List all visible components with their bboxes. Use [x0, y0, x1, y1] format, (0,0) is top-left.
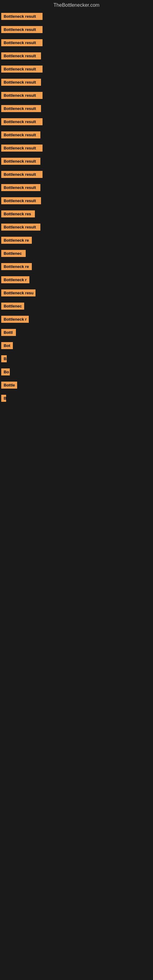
bottleneck-label: Bottl: [1, 329, 16, 336]
bottleneck-row: Bottleneck result: [0, 195, 153, 208]
bottleneck-label: Bottleneck r: [1, 316, 29, 323]
bottleneck-row: B: [0, 353, 153, 366]
bottleneck-label: Bottlenec: [1, 250, 26, 257]
bottleneck-row: Bottleneck re: [0, 234, 153, 247]
bottleneck-row: Bottleneck result: [0, 181, 153, 195]
bottleneck-row: Bottleneck result: [0, 63, 153, 76]
bottleneck-label: Bottleneck result: [1, 26, 43, 33]
bottleneck-label: Bottleneck result: [1, 79, 41, 86]
bottleneck-label: Bottleneck result: [1, 92, 43, 99]
bottleneck-label: Bottleneck result: [1, 131, 40, 138]
bottleneck-label: B: [1, 355, 7, 362]
bottleneck-row: Bottleneck result: [0, 24, 153, 37]
bottleneck-row: Bottl: [0, 326, 153, 340]
bottleneck-label: Bottleneck result: [1, 118, 43, 125]
bottleneck-label: Bottleneck resu: [1, 290, 35, 296]
bottleneck-row: Bottleneck result: [0, 10, 153, 24]
bottleneck-row: Bottleneck result: [0, 50, 153, 63]
bottleneck-label: Bottleneck result: [1, 105, 41, 112]
bottleneck-label: Bottleneck result: [1, 171, 43, 178]
bottleneck-label: Bottleneck result: [1, 39, 43, 46]
site-title: TheBottlenecker.com: [0, 0, 153, 10]
bottleneck-row: Bottleneck result: [0, 116, 153, 129]
bottleneck-row: Bottleneck re: [0, 261, 153, 274]
bottleneck-row: Bottleneck result: [0, 37, 153, 50]
bottleneck-label: Bottle: [1, 382, 17, 389]
bottleneck-label: Bottleneck r: [1, 276, 29, 283]
bottleneck-label: Bottleneck result: [1, 52, 41, 59]
bottleneck-row: Bottlenec: [0, 300, 153, 313]
bottleneck-label: Bottleneck re: [1, 237, 32, 244]
bottleneck-row: Bo: [0, 366, 153, 379]
bottleneck-label: Bottlenec: [1, 302, 24, 310]
bottleneck-label: Bottleneck re: [1, 263, 32, 270]
bottleneck-row: Bottleneck result: [0, 76, 153, 89]
bottleneck-label: Bottleneck result: [1, 197, 41, 204]
bottleneck-label: Bo: [1, 368, 10, 375]
bottleneck-row: B: [0, 392, 153, 406]
bottleneck-label: B: [1, 395, 6, 402]
bottleneck-list: Bottleneck resultBottleneck resultBottle…: [0, 10, 153, 589]
bottleneck-label: Bottleneck result: [1, 145, 43, 151]
bottleneck-row: Bottleneck result: [0, 169, 153, 181]
bottleneck-row: Bottleneck result: [0, 155, 153, 169]
bottleneck-label: Bottleneck result: [1, 158, 40, 165]
bottleneck-label: Bottleneck result: [1, 184, 40, 191]
bottleneck-row: Bottleneck resu: [0, 287, 153, 300]
bottleneck-label: Bottleneck res: [1, 210, 35, 218]
bottleneck-label: Bottleneck result: [1, 65, 43, 73]
bottleneck-row: Bottlenec: [0, 247, 153, 261]
bottleneck-label: Bottleneck result: [1, 224, 40, 231]
bottleneck-row: Bottleneck result: [0, 103, 153, 116]
bottleneck-row: Bottle: [0, 379, 153, 392]
bottleneck-row: Bottleneck result: [0, 89, 153, 103]
bottleneck-row: Bottleneck result: [0, 142, 153, 155]
bottleneck-row: Bottleneck r: [0, 313, 153, 326]
bottleneck-row: Bot: [0, 340, 153, 353]
bottleneck-row: Bottleneck res: [0, 208, 153, 221]
bottleneck-label: Bot: [1, 342, 13, 349]
bottleneck-row: Bottleneck result: [0, 129, 153, 142]
bottleneck-label: Bottleneck result: [1, 13, 43, 20]
bottleneck-row: Bottleneck r: [0, 274, 153, 287]
bottleneck-row: Bottleneck result: [0, 221, 153, 234]
